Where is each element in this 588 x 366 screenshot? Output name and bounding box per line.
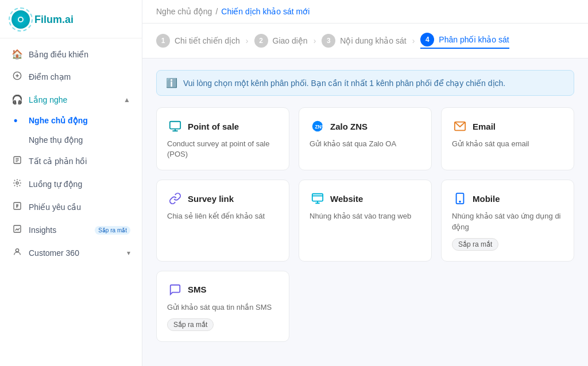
step-3-num: 3: [322, 34, 335, 48]
email-icon: [452, 118, 468, 134]
coming-soon-badge: Sắp ra mắt: [167, 318, 214, 331]
sidebar: Filum.ai 🏠 Bảng điều khiển Điểm chạm 🎧 L…: [0, 0, 142, 366]
channel-title: Zalo ZNS: [330, 122, 368, 131]
channel-desc: Nhúng khảo sát vào ứng dụng di động: [452, 211, 563, 232]
step-3[interactable]: 3 Nội dung khảo sát: [322, 34, 406, 48]
info-banner: ℹ️ Vui lòng chọn một kênh phân phối. Bạn…: [156, 70, 574, 96]
link-icon: [167, 190, 183, 207]
card-header: Survey link: [167, 190, 278, 207]
touchpoints-icon: [11, 71, 23, 83]
breadcrumb-parent: Nghe chủ động: [156, 7, 212, 16]
step-1-label: Chi tiết chiến dịch: [175, 36, 240, 45]
card-header: Email: [452, 118, 563, 134]
content-area: ℹ️ Vui lòng chọn một kênh phân phối. Bạn…: [142, 59, 588, 366]
channel-title: Survey link: [188, 194, 234, 204]
sidebar-nav: 🏠 Bảng điều khiển Điểm chạm 🎧 Lắng nghe …: [0, 38, 142, 366]
zalo-icon: ZNS: [310, 118, 326, 134]
channel-card-website[interactable]: Website Nhúng khảo sát vào trang web: [299, 180, 432, 261]
sidebar-item-tickets[interactable]: Phiếu yêu cầu: [0, 196, 142, 219]
sidebar-item-label: Bảng điều khiển: [29, 50, 88, 59]
sidebar-item-customer360[interactable]: Customer 360 ▾: [0, 242, 142, 264]
sidebar-item-listen[interactable]: 🎧 Lắng nghe ▲: [0, 88, 142, 111]
logo: Filum.ai: [0, 0, 142, 38]
channel-card-email[interactable]: Email Gửi khảo sát qua email: [441, 107, 574, 170]
channel-card-point-of-sale[interactable]: Point of sale Conduct survey at point of…: [156, 107, 289, 170]
step-arrow-1: ›: [246, 36, 249, 45]
channel-desc: Gửi khảo sát qua tin nhắn SMS: [167, 302, 278, 313]
channel-card-sms[interactable]: SMS Gửi khảo sát qua tin nhắn SMS Sắp ra…: [156, 271, 289, 342]
svg-rect-7: [170, 122, 180, 129]
sidebar-item-active-listen[interactable]: Nghe chủ động: [0, 111, 142, 130]
sidebar-item-insights[interactable]: Insights Sắp ra mắt: [0, 219, 142, 242]
sidebar-item-automation[interactable]: Luồng tự động: [0, 173, 142, 196]
breadcrumb: Nghe chủ động / Chiến dịch khảo sát mới: [142, 0, 588, 24]
channel-card-zalo-zns[interactable]: ZNS Zalo ZNS Gửi khảo sát qua Zalo OA: [299, 107, 432, 170]
channel-title: Email: [473, 122, 496, 131]
svg-text:ZNS: ZNS: [315, 124, 324, 130]
card-header: Website: [310, 190, 421, 207]
sidebar-item-label: Luồng tự động: [29, 180, 82, 189]
step-3-label: Nội dung khảo sát: [340, 36, 406, 45]
step-2[interactable]: 2 Giao diện: [254, 34, 308, 48]
card-header: Point of sale: [167, 118, 278, 134]
main-content: Nghe chủ động / Chiến dịch khảo sát mới …: [142, 0, 588, 366]
sms-icon: [167, 282, 183, 298]
card-header: SMS: [167, 282, 278, 298]
step-1-num: 1: [156, 34, 170, 48]
step-4-num: 4: [420, 33, 434, 46]
sidebar-item-responses[interactable]: Tất cả phản hồi: [0, 150, 142, 173]
svg-point-6: [16, 249, 18, 252]
step-2-label: Giao diện: [273, 36, 308, 45]
svg-point-3: [16, 182, 18, 184]
channel-desc: Nhúng khảo sát vào trang web: [310, 211, 421, 221]
chevron-up-icon: ▲: [123, 96, 130, 104]
info-icon: ℹ️: [166, 77, 177, 88]
channel-title: SMS: [188, 285, 207, 294]
sidebar-item-passive-listen[interactable]: Nghe thụ động: [0, 130, 142, 150]
logo-icon: [11, 10, 30, 29]
insights-icon: [11, 224, 23, 236]
insights-badge: Sắp ra mắt: [95, 226, 130, 235]
channel-card-mobile[interactable]: Mobile Nhúng khảo sát vào ứng dụng di độ…: [441, 180, 574, 261]
pos-icon: [167, 118, 183, 134]
step-arrow-2: ›: [314, 36, 316, 45]
sidebar-item-label: Điểm chạm: [29, 72, 71, 81]
card-header: ZNS Zalo ZNS: [310, 118, 421, 134]
step-2-num: 2: [254, 34, 268, 48]
sidebar-item-dashboard[interactable]: 🏠 Bảng điều khiển: [0, 43, 142, 65]
automation-icon: [11, 178, 23, 190]
chevron-down-icon: ▾: [127, 249, 130, 257]
step-arrow-3: ›: [412, 36, 415, 45]
customer360-icon: [11, 247, 23, 259]
sidebar-sub-label: Nghe chủ động: [29, 116, 88, 125]
channel-desc: Conduct survey at point of sale (POS): [167, 139, 278, 159]
svg-rect-11: [312, 194, 323, 201]
breadcrumb-separator: /: [215, 7, 218, 16]
sidebar-item-label: Tất cả phản hồi: [29, 157, 87, 166]
channel-title: Website: [330, 194, 363, 204]
channel-desc: Chia sẻ liên kết đến khảo sát: [167, 211, 278, 221]
card-header: Mobile: [452, 190, 563, 207]
sidebar-item-label: Customer 360: [29, 248, 79, 258]
sidebar-item-touchpoints[interactable]: Điểm chạm: [0, 65, 142, 88]
step-1[interactable]: 1 Chi tiết chiến dịch: [156, 34, 240, 48]
channels-grid: Point of sale Conduct survey at point of…: [156, 107, 574, 342]
logo-text: Filum.ai: [34, 14, 74, 26]
listen-icon: 🎧: [11, 94, 23, 105]
svg-point-1: [19, 18, 22, 21]
coming-soon-badge: Sắp ra mắt: [452, 238, 498, 251]
sidebar-item-label: Insights: [29, 225, 56, 235]
channel-title: Mobile: [473, 194, 500, 204]
svg-point-0: [18, 17, 24, 22]
step-4[interactable]: 4 Phân phối khảo sát: [420, 33, 509, 49]
steps-bar: 1 Chi tiết chiến dịch › 2 Giao diện › 3 …: [142, 24, 588, 59]
sidebar-sub-label: Nghe thụ động: [29, 135, 83, 145]
channel-desc: Gửi khảo sát qua email: [452, 139, 563, 149]
website-icon: [310, 190, 326, 207]
step-4-label: Phân phối khảo sát: [439, 35, 509, 44]
svg-point-13: [459, 201, 461, 203]
info-banner-text: Vui lòng chọn một kênh phân phối. Bạn cầ…: [183, 79, 505, 88]
home-icon: 🏠: [11, 49, 23, 60]
sidebar-item-label: Lắng nghe: [29, 95, 67, 104]
channel-card-survey-link[interactable]: Survey link Chia sẻ liên kết đến khảo sá…: [156, 180, 289, 261]
